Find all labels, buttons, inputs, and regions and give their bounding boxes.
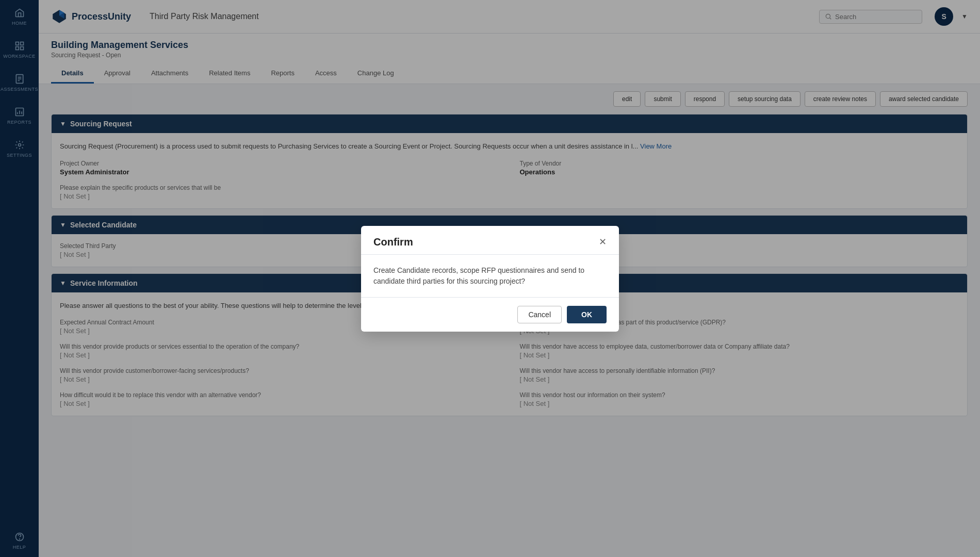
modal-footer: Cancel OK [361,298,619,332]
modal-close-button[interactable]: ✕ [599,237,607,247]
cancel-button[interactable]: Cancel [517,306,562,323]
modal-overlay: Confirm ✕ Create Candidate records, scop… [0,0,980,557]
modal-body: Create Candidate records, scope RFP ques… [361,255,619,298]
modal-header: Confirm ✕ [361,226,619,255]
confirm-modal: Confirm ✕ Create Candidate records, scop… [361,226,619,332]
modal-title: Confirm [373,236,413,248]
ok-button[interactable]: OK [567,306,607,323]
